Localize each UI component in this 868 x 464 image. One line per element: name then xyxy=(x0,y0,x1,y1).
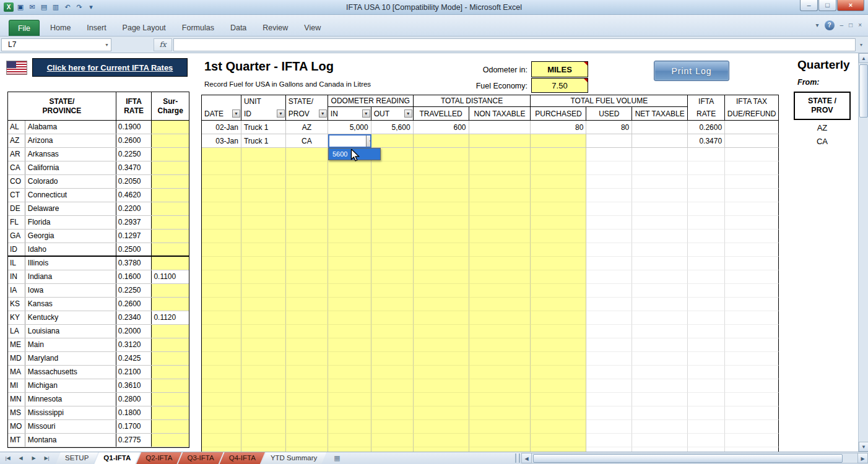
state-name-cell[interactable]: Arizona xyxy=(25,134,116,147)
empty-cell[interactable] xyxy=(632,148,688,161)
state-abbr-cell[interactable]: IA xyxy=(8,284,25,297)
empty-cell[interactable] xyxy=(688,447,725,452)
fuel-economy-cell[interactable]: 7.50 xyxy=(531,78,588,93)
empty-cell[interactable] xyxy=(632,420,688,434)
tab-nav-button[interactable]: ◀ xyxy=(15,453,27,463)
empty-cell[interactable] xyxy=(469,148,531,161)
empty-cell[interactable] xyxy=(469,216,531,230)
state-name-cell[interactable]: Georgia xyxy=(25,230,116,243)
state-rate-cell[interactable]: 0.2100 xyxy=(116,366,152,379)
state-rate-cell[interactable]: 0.1700 xyxy=(116,420,152,433)
state-rate-cell[interactable]: 0.4620 xyxy=(116,189,152,202)
empty-cell[interactable] xyxy=(632,338,688,352)
empty-cell[interactable] xyxy=(414,243,469,257)
empty-cell[interactable] xyxy=(586,257,632,270)
empty-cell[interactable] xyxy=(531,270,586,284)
empty-cell[interactable] xyxy=(241,325,286,338)
workbook-close-icon[interactable]: × xyxy=(858,20,862,30)
empty-cell[interactable] xyxy=(241,202,286,216)
empty-cell[interactable] xyxy=(414,216,469,230)
empty-cell[interactable] xyxy=(469,284,531,298)
state-name-cell[interactable]: Kansas xyxy=(25,298,116,311)
empty-cell[interactable] xyxy=(414,189,469,202)
empty-cell[interactable] xyxy=(632,202,688,216)
empty-cell[interactable] xyxy=(286,298,328,311)
empty-cell[interactable] xyxy=(241,230,286,243)
state-rate-cell[interactable]: 0.2600 xyxy=(116,298,152,311)
sheet-tab-setup[interactable]: SETUP xyxy=(56,452,98,464)
empty-cell[interactable] xyxy=(241,366,286,379)
empty-cell[interactable] xyxy=(241,216,286,230)
empty-cell[interactable] xyxy=(688,230,725,243)
empty-cell[interactable] xyxy=(286,243,328,257)
net-taxable-cell[interactable] xyxy=(632,121,688,134)
restore-button[interactable]: □ xyxy=(818,0,836,11)
state-abbr-cell[interactable]: KS xyxy=(8,298,25,311)
state-abbr-cell[interactable]: GA xyxy=(8,230,25,243)
state-abbr-cell[interactable]: MO xyxy=(8,420,25,433)
state-surcharge-cell[interactable]: 0.1120 xyxy=(152,311,189,324)
empty-cell[interactable] xyxy=(371,434,414,447)
purchased-cell[interactable] xyxy=(531,134,586,148)
empty-cell[interactable] xyxy=(725,148,779,161)
state-surcharge-cell[interactable] xyxy=(152,420,189,433)
empty-cell[interactable] xyxy=(414,420,469,434)
sheet-tab-q2-ifta[interactable]: Q2-IFTA xyxy=(136,452,181,464)
state-rate-cell[interactable]: 0.2775 xyxy=(116,434,152,447)
cell-dropdown-button[interactable]: ▼ xyxy=(366,135,371,148)
state-name-cell[interactable]: Indiana xyxy=(25,270,116,283)
empty-cell[interactable] xyxy=(286,352,328,366)
empty-cell[interactable] xyxy=(286,447,328,452)
empty-cell[interactable] xyxy=(725,352,779,366)
empty-cell[interactable] xyxy=(632,406,688,420)
scroll-right-icon[interactable]: ▶ xyxy=(857,453,868,463)
state-name-cell[interactable]: Massachusetts xyxy=(25,366,116,379)
empty-cell[interactable] xyxy=(531,338,586,352)
state-rate-cell[interactable]: 0.3780 xyxy=(116,257,152,270)
empty-cell[interactable] xyxy=(371,243,414,257)
empty-cell[interactable] xyxy=(586,161,632,175)
empty-cell[interactable] xyxy=(531,189,586,202)
empty-cell[interactable] xyxy=(328,298,371,311)
tab-split-handle[interactable] xyxy=(515,453,520,463)
empty-cell[interactable] xyxy=(469,366,531,379)
empty-cell[interactable] xyxy=(469,202,531,216)
empty-cell[interactable] xyxy=(414,434,469,447)
empty-cell[interactable] xyxy=(286,257,328,270)
empty-cell[interactable] xyxy=(632,434,688,447)
empty-cell[interactable] xyxy=(586,447,632,452)
state-rate-cell[interactable]: 0.2050 xyxy=(116,175,152,188)
empty-cell[interactable] xyxy=(202,434,241,447)
filter-dropdown-icon[interactable]: ▼ xyxy=(319,110,327,118)
state-abbr-cell[interactable]: MN xyxy=(8,393,25,406)
state-abbr-cell[interactable]: LA xyxy=(8,325,25,338)
filter-dropdown-icon[interactable]: ▼ xyxy=(277,110,285,118)
empty-cell[interactable] xyxy=(371,202,414,216)
state-rate-cell[interactable]: 0.2800 xyxy=(116,393,152,406)
state-abbr-cell[interactable]: ID xyxy=(8,243,25,256)
empty-cell[interactable] xyxy=(286,189,328,202)
empty-cell[interactable] xyxy=(371,270,414,284)
scroll-down-icon[interactable]: ▼ xyxy=(859,442,868,452)
state-name-cell[interactable]: Illinois xyxy=(25,257,116,270)
empty-cell[interactable] xyxy=(586,311,632,325)
ribbon-tab[interactable]: Insert xyxy=(79,20,114,36)
empty-cell[interactable] xyxy=(202,420,241,434)
empty-cell[interactable] xyxy=(531,406,586,420)
unit-cell[interactable]: Truck 1 xyxy=(241,121,286,134)
state-surcharge-cell[interactable] xyxy=(152,298,189,311)
state-abbr-cell[interactable]: MD xyxy=(8,352,25,365)
odometer-out-cell[interactable]: 5,600 xyxy=(371,121,414,134)
empty-cell[interactable] xyxy=(632,366,688,379)
empty-cell[interactable] xyxy=(725,379,779,393)
empty-cell[interactable] xyxy=(371,406,414,420)
empty-cell[interactable] xyxy=(586,393,632,406)
state-cell[interactable]: AZ xyxy=(286,121,328,134)
empty-cell[interactable] xyxy=(586,202,632,216)
empty-cell[interactable] xyxy=(531,420,586,434)
empty-cell[interactable] xyxy=(469,257,531,270)
empty-cell[interactable] xyxy=(725,338,779,352)
empty-cell[interactable] xyxy=(241,270,286,284)
empty-cell[interactable] xyxy=(469,230,531,243)
state-name-cell[interactable]: Montana xyxy=(25,434,116,447)
